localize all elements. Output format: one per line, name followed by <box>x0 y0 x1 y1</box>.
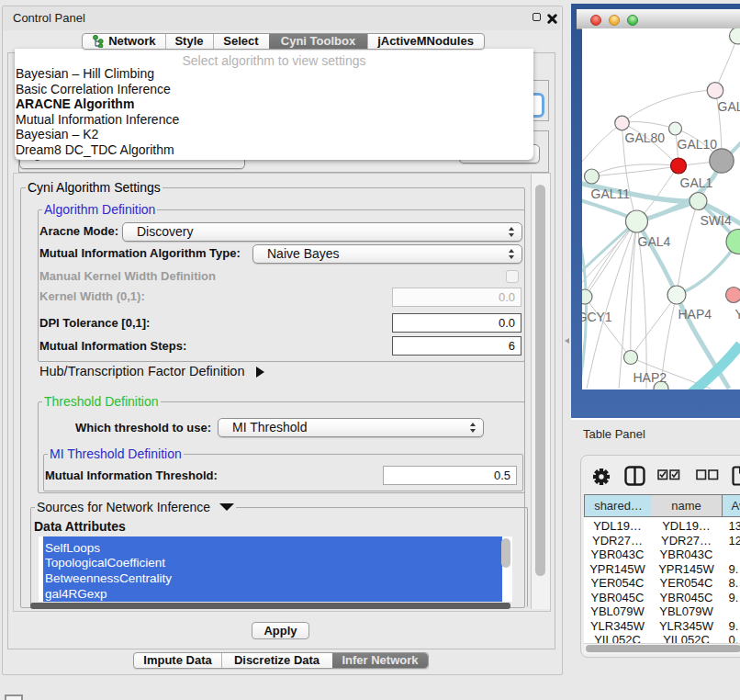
svg-text:GAL2: GAL2 <box>717 99 740 114</box>
svg-text:YM: YM <box>734 307 740 322</box>
svg-text:HAP4: HAP4 <box>678 307 712 322</box>
svg-text:SWI4: SWI4 <box>700 213 731 228</box>
svg-text:GAL1: GAL1 <box>679 175 712 190</box>
svg-text:GAL10: GAL10 <box>677 137 717 152</box>
svg-text:GAL80: GAL80 <box>624 130 665 145</box>
svg-text:HAP2: HAP2 <box>633 370 667 385</box>
svg-text:GAL11: GAL11 <box>590 186 630 201</box>
svg-text:GAL4: GAL4 <box>637 234 670 249</box>
svg-text:GCY1: GCY1 <box>582 310 612 324</box>
